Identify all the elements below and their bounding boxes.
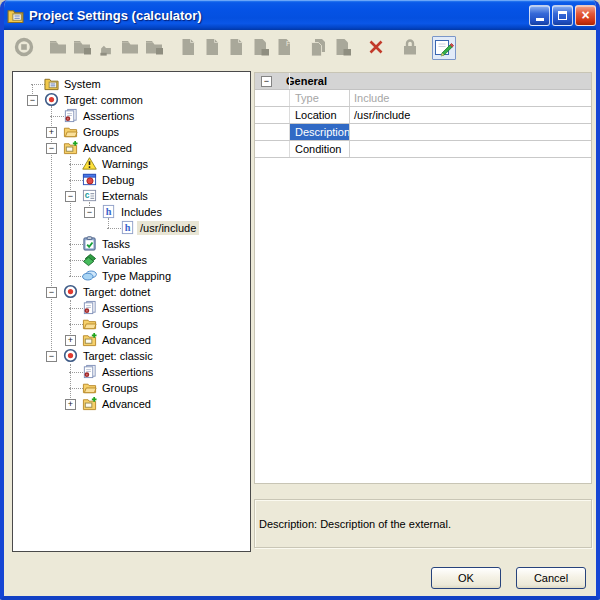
toolbar-button-10: [248, 36, 272, 60]
tree-item-includes[interactable]: −hIncludes: [13, 204, 250, 220]
tree-connector: [69, 308, 83, 309]
titlebar[interactable]: Project Settings (calculator) ×: [0, 0, 600, 30]
target-icon: [44, 92, 60, 108]
tree-item-target-classic[interactable]: −Target: classic: [13, 348, 250, 364]
property-value[interactable]: /usr/include: [350, 107, 591, 123]
expand-icon[interactable]: +: [46, 127, 57, 138]
collapse-icon[interactable]: −: [46, 143, 57, 154]
tree-connector: [69, 388, 83, 389]
close-icon: ×: [581, 8, 589, 22]
tree-connector: [69, 276, 83, 277]
gray-folder-badge-icon: [72, 37, 92, 60]
property-name: Location: [290, 107, 350, 123]
tree-item-label: System: [61, 77, 104, 91]
tree-item-assertions[interactable]: Assertions: [13, 300, 250, 316]
tree-item-usr-include[interactable]: h/usr/include: [13, 220, 250, 236]
settings-tree[interactable]: System−Target: commonAssertions+Groups−A…: [12, 71, 251, 552]
toolbar-button-2: [46, 36, 70, 60]
externals-icon: c: [82, 188, 98, 204]
collapse-icon[interactable]: −: [46, 351, 57, 362]
tree-item-type-mapping[interactable]: Type Mapping: [13, 268, 250, 284]
tree-item-label: Target: dotnet: [80, 285, 153, 299]
property-value[interactable]: Include: [350, 90, 591, 106]
tree-item-groups[interactable]: +Groups: [13, 124, 250, 140]
property-name: Condition: [290, 141, 350, 157]
tree-item-advanced[interactable]: +Advanced: [13, 396, 250, 412]
property-value[interactable]: [350, 124, 591, 140]
delete-icon: [366, 37, 386, 60]
tree-item-label: Advanced: [99, 333, 154, 347]
tree-item-label: Tasks: [99, 237, 133, 251]
window-controls: ×: [529, 5, 596, 26]
tree-item-advanced[interactable]: +Advanced: [13, 332, 250, 348]
ok-button[interactable]: OK: [431, 567, 501, 589]
tree-item-advanced[interactable]: −Advanced: [13, 140, 250, 156]
tree-connector: [69, 260, 83, 261]
warnings-icon: [82, 156, 98, 172]
window-title: Project Settings (calculator): [29, 8, 529, 23]
collapse-icon[interactable]: −: [261, 76, 272, 87]
property-name: Description: [290, 124, 350, 140]
tree-item-warnings[interactable]: Warnings: [13, 156, 250, 172]
tree-item-variables[interactable]: Variables: [13, 252, 250, 268]
row-gutter: [255, 90, 290, 106]
assertions-icon: [82, 364, 98, 380]
svg-text:h: h: [106, 206, 112, 217]
toolbar-button-7: [176, 36, 200, 60]
tree-item-groups[interactable]: Groups: [13, 380, 250, 396]
collapse-icon[interactable]: −: [65, 191, 76, 202]
tree-connector: [69, 372, 83, 373]
tree-item-system[interactable]: System: [13, 76, 250, 92]
toolbar-button-8: [200, 36, 224, 60]
toolbar-button-12: [306, 36, 330, 60]
edit-button[interactable]: [432, 36, 456, 60]
edit-icon: [434, 37, 454, 60]
tree-item-target-dotnet[interactable]: −Target: dotnet: [13, 284, 250, 300]
tree-item-label: Groups: [80, 125, 122, 139]
system-icon: [44, 76, 60, 92]
collapse-icon[interactable]: −: [27, 95, 38, 106]
gray-folder-badge-icon: [144, 37, 164, 60]
gray-doc-badge-icon: [250, 37, 270, 60]
property-row-condition[interactable]: Condition: [255, 141, 591, 158]
add-target-button: [12, 36, 36, 60]
expand-icon[interactable]: +: [65, 335, 76, 346]
tree-item-target-common[interactable]: −Target: common: [13, 92, 250, 108]
tree-item-debug[interactable]: Debug: [13, 172, 250, 188]
typemapping-icon: [82, 268, 98, 284]
property-group-header[interactable]: − General: [255, 73, 591, 90]
tree-item-label: Target: classic: [80, 349, 156, 363]
property-group-label: General: [286, 75, 327, 87]
toolbar-button-5: [118, 36, 142, 60]
tree-item-tasks[interactable]: Tasks: [13, 236, 250, 252]
tree-connector: [69, 180, 83, 181]
collapse-icon[interactable]: −: [46, 287, 57, 298]
property-row-type[interactable]: TypeInclude: [255, 90, 591, 107]
gray-doc-badge-icon: [332, 37, 352, 60]
gray-lock-icon: [400, 37, 420, 60]
minimize-button[interactable]: [529, 5, 550, 26]
property-value[interactable]: [350, 141, 591, 157]
close-button[interactable]: ×: [575, 5, 596, 26]
tree-item-assertions[interactable]: Assertions: [13, 364, 250, 380]
maximize-button[interactable]: [552, 5, 573, 26]
property-row-location[interactable]: Location/usr/include: [255, 107, 591, 124]
variables-icon: [82, 252, 98, 268]
tree-item-label: Advanced: [80, 141, 135, 155]
help-text: Description: Description of the external…: [259, 518, 451, 530]
gray-doc-icon: [202, 37, 222, 60]
property-row-description[interactable]: Description: [255, 124, 591, 141]
collapse-icon[interactable]: −: [84, 207, 95, 218]
tree-item-label: Groups: [99, 317, 141, 331]
gray-folder-icon: [120, 37, 140, 60]
expand-icon[interactable]: +: [65, 399, 76, 410]
tree-item-groups[interactable]: Groups: [13, 316, 250, 332]
svg-text:h: h: [125, 222, 131, 233]
tree-item-externals[interactable]: −cExternals: [13, 188, 250, 204]
cancel-button[interactable]: Cancel: [516, 567, 586, 589]
tree-item-assertions[interactable]: Assertions: [13, 108, 250, 124]
row-gutter: [255, 124, 290, 140]
toolbar-button-6: [142, 36, 166, 60]
maximize-icon: [558, 11, 567, 20]
delete-button[interactable]: [364, 36, 388, 60]
